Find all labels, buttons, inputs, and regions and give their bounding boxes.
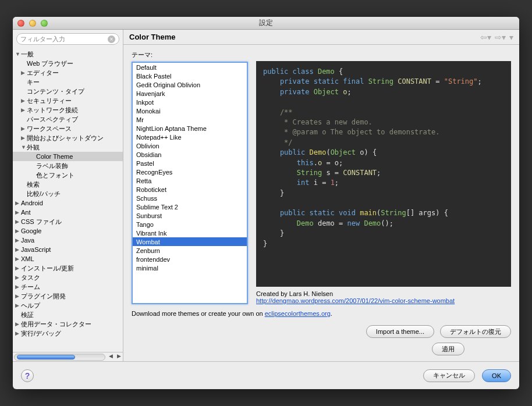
theme-option[interactable]: Schuss (133, 194, 247, 202)
download-link[interactable]: eclipsecolorthemes.org (265, 310, 331, 317)
theme-option[interactable]: Notepad++ Like (133, 133, 247, 141)
tree-item-label: Web ブラウザー (27, 59, 73, 68)
tree-item-label: Java (21, 237, 34, 244)
disclosure-arrow-icon: ▼ (21, 144, 27, 150)
tree-item[interactable]: ▶プラグイン開発 (13, 291, 123, 301)
tree-item[interactable]: ▼外観 (13, 143, 123, 152)
disclosure-arrow-icon: ▶ (15, 209, 21, 215)
tree-item[interactable]: ▶ネットワーク接続 (13, 105, 123, 115)
theme-option[interactable]: Tango (133, 220, 247, 229)
theme-option[interactable]: Retta (133, 176, 247, 185)
tree-item[interactable]: ▶Ant (13, 208, 123, 217)
tree-item-label: ネットワーク接続 (27, 106, 78, 115)
restore-defaults-button[interactable]: デフォルトの復元 (440, 325, 511, 338)
page-title: Color Theme (129, 33, 175, 41)
disclosure-arrow-icon: ▶ (15, 200, 21, 206)
credits-link[interactable]: http://dengmao.wordpress.com/2007/01/22/… (256, 297, 455, 304)
tree-item[interactable]: ▶エディター (13, 68, 123, 77)
tree-item-label: JavaScript (21, 246, 51, 253)
theme-option[interactable]: Wombat (133, 237, 247, 246)
tree-item[interactable]: Web ブラウザー (13, 59, 123, 68)
scroll-left-icon[interactable]: ◀ (107, 353, 115, 361)
clear-filter-icon[interactable]: × (108, 35, 115, 43)
tree-item-label: 一般 (21, 50, 34, 59)
ok-button[interactable]: OK (482, 369, 511, 382)
tree-item[interactable]: ▶ワークスペース (13, 124, 123, 133)
cancel-button[interactable]: キャンセル (423, 369, 475, 382)
theme-option[interactable]: Oblivion (133, 141, 247, 150)
disclosure-arrow-icon: ▶ (15, 256, 21, 262)
help-icon[interactable]: ? (21, 369, 34, 382)
tree-item[interactable]: ▶ヘルプ (13, 301, 123, 310)
theme-option[interactable]: Obsidian (133, 150, 247, 159)
tree-item[interactable]: ラベル装飾 (13, 161, 123, 170)
tree-item-label: Google (21, 227, 41, 234)
theme-option[interactable]: minimal (133, 263, 247, 272)
nav-menu-icon[interactable]: ▾ (509, 33, 513, 42)
theme-list[interactable]: DefaultBlack PastelGedit Original Oblivi… (132, 62, 248, 304)
theme-option[interactable]: Inkpot (133, 98, 247, 106)
tree-item[interactable]: ▶インストール/更新 (13, 263, 123, 273)
tree-item[interactable]: ▶CSS ファイル (13, 217, 123, 226)
tree-item[interactable]: 検索 (13, 180, 123, 189)
tree-item[interactable]: ▶Google (13, 226, 123, 236)
tree-item[interactable]: ▶タスク (13, 273, 123, 282)
tree-item[interactable]: ▶使用データ・コレクター (13, 319, 123, 329)
theme-option[interactable]: frontenddev (133, 255, 247, 263)
disclosure-arrow-icon: ▶ (15, 237, 21, 243)
theme-option[interactable]: Roboticket (133, 185, 247, 194)
scroll-right-icon[interactable]: ▶ (115, 353, 123, 361)
theme-option[interactable]: RecognEyes (133, 168, 247, 176)
disclosure-arrow-icon: ▶ (15, 293, 21, 299)
theme-row: テーマ: DefaultBlack PastelGedit Original O… (132, 51, 511, 304)
tree-item[interactable]: パースペクティブ (13, 115, 123, 124)
scrollbar-track[interactable] (14, 354, 105, 361)
tree-item-label: ヘルプ (21, 301, 40, 310)
theme-option[interactable]: Sunburst (133, 211, 247, 220)
import-theme-button[interactable]: Import a theme... (366, 325, 434, 338)
disclosure-arrow-icon: ▶ (15, 247, 21, 252)
tree-item[interactable]: Color Theme (13, 152, 123, 161)
tree-item[interactable]: ▶Android (13, 198, 123, 208)
nav-forward-icon[interactable]: ⇨▾ (495, 33, 506, 42)
scrollbar-thumb[interactable] (17, 355, 75, 359)
theme-option[interactable]: Default (133, 63, 247, 72)
tree-item[interactable]: 検証 (13, 310, 123, 319)
theme-option[interactable]: NightLion Aptana Theme (133, 124, 247, 133)
tree-item-label: CSS ファイル (21, 218, 62, 226)
disclosure-arrow-icon: ▶ (21, 70, 27, 76)
tree-item[interactable]: ▶XML (13, 254, 123, 263)
header-nav: ⇦▾ ⇨▾ ▾ (480, 33, 513, 42)
theme-option[interactable]: Zenburn (133, 246, 247, 255)
credits-author: Created by Lars H. Nielsen (256, 290, 511, 297)
tree-item[interactable]: 比較/パッチ (13, 189, 123, 198)
tree-item[interactable]: ▼一般 (13, 49, 123, 59)
disclosure-arrow-icon: ▼ (15, 51, 21, 57)
horizontal-scrollbar[interactable]: ◀ ▶ (13, 352, 123, 361)
tree-item[interactable]: ▶Java (13, 236, 123, 245)
theme-option[interactable]: Monokai (133, 106, 247, 115)
disclosure-arrow-icon: ▶ (15, 284, 21, 290)
nav-back-icon[interactable]: ⇦▾ (480, 33, 491, 42)
theme-option[interactable]: Gedit Original Oblivion (133, 80, 247, 89)
tree-item-label: 開始およびシャットダウン (27, 134, 104, 143)
theme-option[interactable]: Havenjark (133, 89, 247, 98)
tree-item-label: 使用データ・コレクター (21, 320, 91, 329)
tree-item[interactable]: ▶JavaScript (13, 245, 123, 254)
theme-option[interactable]: Mr (133, 115, 247, 124)
tree-item[interactable]: ▶セキュリティー (13, 96, 123, 105)
theme-option[interactable]: Black Pastel (133, 72, 247, 80)
disclosure-arrow-icon: ▶ (21, 107, 27, 113)
apply-button[interactable]: 適用 (432, 343, 464, 355)
tree-item[interactable]: 色とフォント (13, 170, 123, 180)
theme-option[interactable]: Pastel (133, 159, 247, 168)
theme-option[interactable]: Vibrant Ink (133, 229, 247, 237)
tree-item[interactable]: ▶チーム (13, 282, 123, 291)
preference-tree[interactable]: ▼一般Web ブラウザー▶エディターキーコンテンツ・タイプ▶セキュリティー▶ネッ… (13, 48, 123, 352)
tree-item[interactable]: コンテンツ・タイプ (13, 87, 123, 96)
tree-item[interactable]: ▶実行/デバッグ (13, 329, 123, 338)
tree-item[interactable]: ▶開始およびシャットダウン (13, 133, 123, 143)
filter-input[interactable]: フィルター入力 × (16, 33, 119, 45)
tree-item[interactable]: キー (13, 77, 123, 87)
theme-option[interactable]: Sublime Text 2 (133, 202, 247, 211)
